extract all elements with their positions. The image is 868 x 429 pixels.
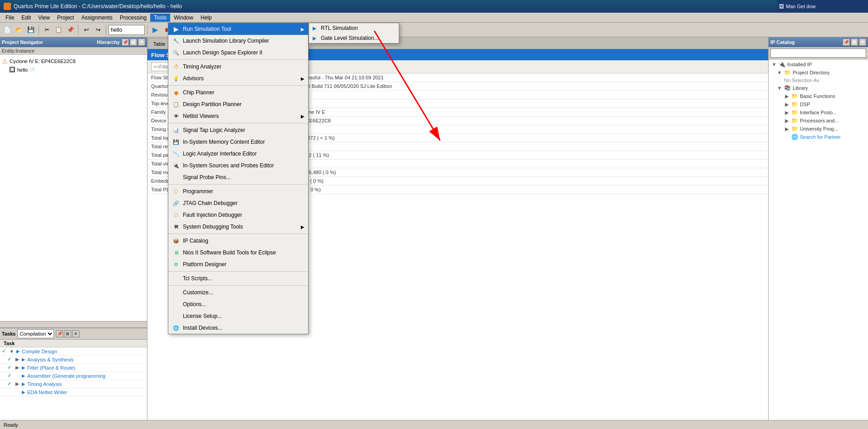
sim-rtl[interactable]: ▶ RTL Simulation <box>309 23 399 33</box>
menu-help[interactable]: Help <box>197 14 216 22</box>
dd-ip-catalog[interactable]: 📦 IP Catalog <box>168 235 308 247</box>
menu-tools[interactable]: Tools <box>150 14 170 22</box>
menu-edit[interactable]: Edit <box>18 14 34 22</box>
cut-btn[interactable]: ✂ <box>41 24 52 35</box>
menu-file[interactable]: File <box>2 14 18 22</box>
dd-install-icon: 🌐 <box>172 324 180 332</box>
ip-interface-proto[interactable]: ▶ 📁 Interface Proto... <box>770 108 867 117</box>
task-play-eda[interactable]: ▶ <box>22 390 25 395</box>
pin-btn[interactable]: 📌 <box>122 39 129 46</box>
dd-install-devices[interactable]: 🌐 Install Devices... <box>168 322 308 334</box>
dd-sys-debug[interactable]: 🛠 System Debugging Tools ▶ <box>168 221 308 233</box>
tasks-close-btn[interactable]: ✕ <box>72 330 79 337</box>
task-expand-compile[interactable]: ▼ <box>9 349 15 354</box>
menu-project[interactable]: Project <box>54 14 78 22</box>
close-panel-btn[interactable]: ✕ <box>138 39 145 46</box>
task-play-syn[interactable]: ▶ <box>22 357 25 362</box>
task-name-asm[interactable]: Assembler (Generate programming <box>27 373 105 379</box>
dd-customize[interactable]: Customize... <box>168 287 308 298</box>
top-entity-item[interactable]: 🔲 hello 📄 <box>2 66 145 73</box>
task-col-header: Task <box>0 340 147 347</box>
tools-dropdown: ▶ Run Simulation Tool ▶ 🔧 Launch Simulat… <box>168 23 309 334</box>
dd-chip-planner[interactable]: ◆ Chip Planner <box>168 87 308 98</box>
dd-logic-icon: 📉 <box>172 150 180 158</box>
task-expand-syn[interactable]: ▶ <box>15 356 20 362</box>
task-check-fit: ✓ <box>7 365 13 370</box>
status-text: Ready <box>4 422 18 428</box>
ip-university[interactable]: ▶ 📁 University Prog... <box>770 125 867 133</box>
task-name-tim[interactable]: Timing Analysis <box>27 381 62 387</box>
tasks-expand-btn[interactable]: ⊞ <box>64 330 71 337</box>
left-scrollbar[interactable] <box>0 321 147 327</box>
tasks-pin-btn[interactable]: 📌 <box>56 330 63 337</box>
dd-netlist-label: Netlist Viewers <box>183 113 298 119</box>
dd-programmer[interactable]: ⬡ Programmer <box>168 185 308 197</box>
dd-signal-probe-pins[interactable]: Signal Probe Pins... <box>168 171 308 183</box>
ip-expand-btn[interactable]: ⊞ <box>851 39 858 46</box>
dd-tcl-scripts[interactable]: Tcl Scripts... <box>168 273 308 284</box>
dd-options[interactable]: Options... <box>168 298 308 310</box>
dd-advisors[interactable]: 💡 Advisors ▶ <box>168 73 308 84</box>
dd-launch-dse[interactable]: 🔍 Launch Design Space Explorer II <box>168 47 308 58</box>
menu-view[interactable]: View <box>34 14 54 22</box>
dd-run-sim[interactable]: ▶ Run Simulation Tool ▶ <box>168 23 308 35</box>
ip-library[interactable]: ▼ 📚 Library <box>770 84 867 92</box>
redo-btn[interactable]: ↪ <box>93 24 103 35</box>
open-btn[interactable]: 📂 <box>14 24 25 35</box>
task-play-tim[interactable]: ▶ <box>22 381 25 386</box>
ip-basic-functions[interactable]: ▶ 📁 Basic Functions <box>770 92 867 100</box>
dd-dse-icon: 🔍 <box>172 49 180 57</box>
save-btn[interactable]: 💾 <box>25 24 36 35</box>
ip-close-btn[interactable]: ✕ <box>859 39 866 46</box>
dd-advisors-icon: 💡 <box>172 74 180 83</box>
dd-nios2[interactable]: 🖥 Nios II Software Build Tools for Eclip… <box>168 247 308 258</box>
copy-btn[interactable]: 📋 <box>53 24 64 35</box>
undo-btn[interactable]: ↩ <box>81 24 92 35</box>
ip-dsp[interactable]: ▶ 📁 DSP <box>770 100 867 108</box>
task-expand-fit[interactable]: ▶ <box>15 365 20 370</box>
dd-jtag-chain[interactable]: 🔗 JTAG Chain Debugger <box>168 197 308 209</box>
dd-launch-sim-lib[interactable]: 🔧 Launch Simulation Library Compiler <box>168 35 308 47</box>
menu-assignments[interactable]: Assignments <box>78 14 116 22</box>
compile-btn[interactable]: ▶ <box>150 24 161 35</box>
sim-gate[interactable]: ▶ Gate Level Simulation... <box>309 33 399 43</box>
task-expand-tim[interactable]: ▶ <box>15 381 20 387</box>
dd-signal-tap[interactable]: 📊 Signal Tap Logic Analyzer <box>168 124 308 136</box>
ip-installed-ip[interactable]: ▼ 🔌 Installed IP <box>770 60 867 68</box>
ip-search-input[interactable] <box>770 49 866 58</box>
dd-netlist-viewers[interactable]: 👁 Netlist Viewers ▶ <box>168 110 308 122</box>
task-name-eda[interactable]: EDA Netlist Writer <box>27 390 67 395</box>
dd-jtag-label: JTAG Chain Debugger <box>183 200 304 206</box>
dd-timing-analyzer[interactable]: ⏱ Timing Analyzer <box>168 61 308 73</box>
task-play-compile[interactable]: ▶ <box>16 349 20 354</box>
ip-project-dir[interactable]: ▼ 📁 Project Directory <box>770 68 867 77</box>
nav-tabs: Hierarchy <box>95 39 122 45</box>
task-name-fit[interactable]: Fitter (Place & Route) <box>27 365 75 370</box>
dd-platform-designer[interactable]: ⚙ Platform Designer <box>168 258 308 270</box>
dd-logic-analyzer[interactable]: 📉 Logic Analyzer Interface Editor <box>168 148 308 160</box>
dd-design-partition[interactable]: 📋 Design Partition Planner <box>168 98 308 110</box>
ip-search-partner[interactable]: ▶ 🌐 Search for Partner <box>770 133 867 141</box>
new-file-btn[interactable]: 📄 <box>2 24 13 35</box>
task-play-asm[interactable]: ▶ <box>22 373 25 378</box>
ip-processors[interactable]: ▶ 📁 Processors and... <box>770 117 867 125</box>
menu-window[interactable]: Window <box>170 14 197 22</box>
ip-pin-btn[interactable]: 📌 <box>843 39 850 46</box>
expand-btn[interactable]: ⊞ <box>130 39 137 46</box>
task-name-compile[interactable]: Compile Design <box>22 349 57 354</box>
menu-processing[interactable]: Processing <box>116 14 150 22</box>
hierarchy-area: ⚠ Cyclone IV E: EP4CE6E22C8 🔲 hello 📄 <box>0 55 147 321</box>
dd-sep2 <box>168 85 308 86</box>
tasks-dropdown[interactable]: Compilation <box>17 329 54 338</box>
task-name-syn[interactable]: Analysis & Synthesis <box>27 357 74 362</box>
task-play-fit[interactable]: ▶ <box>22 365 25 370</box>
hierarchy-tab[interactable]: Hierarchy <box>95 39 122 45</box>
tasks-controls: 📌 ⊞ ✕ <box>56 330 79 337</box>
dd-sources-probes[interactable]: 🔌 In-System Sources and Probes Editor <box>168 160 308 171</box>
paste-btn[interactable]: 📌 <box>65 24 76 35</box>
dd-memory-editor[interactable]: 💾 In-System Memory Content Editor <box>168 136 308 148</box>
project-input[interactable]: hello <box>108 25 145 35</box>
flow-value: 0 <box>293 160 768 168</box>
dd-fault-inject[interactable]: ⬡ Fault Injection Debugger <box>168 209 308 221</box>
dd-license-setup[interactable]: License Setup... <box>168 310 308 322</box>
